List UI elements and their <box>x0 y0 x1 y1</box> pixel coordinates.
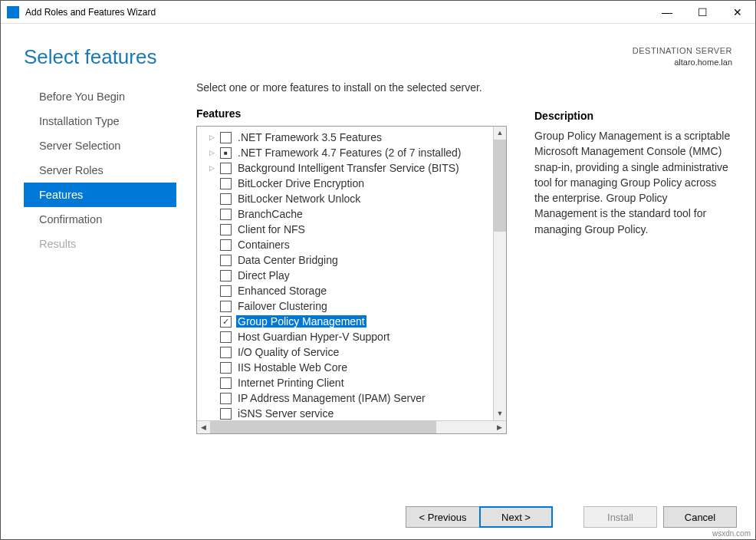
feature-label[interactable]: Data Center Bridging <box>236 254 340 266</box>
feature-label[interactable]: IP Address Management (IPAM) Server <box>236 392 427 404</box>
feature-checkbox[interactable] <box>220 270 232 282</box>
features-column: Select one or more features to install o… <box>196 81 507 477</box>
feature-label[interactable]: BranchCache <box>236 208 304 220</box>
feature-label[interactable]: I/O Quality of Service <box>236 346 340 358</box>
scroll-left-icon[interactable]: ◀ <box>197 421 210 433</box>
sidebar: Before You BeginInstallation TypeServer … <box>24 77 181 477</box>
feature-label[interactable]: Containers <box>236 239 291 251</box>
feature-label[interactable]: BitLocker Network Unlock <box>236 193 362 205</box>
feature-label[interactable]: Group Policy Management <box>236 315 366 328</box>
instruction-text: Select one or more features to install o… <box>196 81 507 94</box>
feature-item[interactable]: ▷Background Intelligent Transfer Service… <box>197 160 493 176</box>
titlebar: Add Roles and Features Wizard — ☐ ✕ <box>1 1 755 24</box>
horizontal-scrollbar[interactable]: ◀ ▶ <box>197 420 506 433</box>
install-button: Install <box>583 506 657 528</box>
sidebar-item-server-roles[interactable]: Server Roles <box>24 158 176 183</box>
vertical-scroll-thumb[interactable] <box>494 140 506 232</box>
feature-label[interactable]: Host Guardian Hyper-V Support <box>236 331 391 343</box>
feature-item[interactable]: ▷Containers <box>197 237 493 252</box>
maximize-button[interactable]: ☐ <box>685 1 720 24</box>
feature-checkbox[interactable] <box>220 239 232 251</box>
sidebar-item-installation-type[interactable]: Installation Type <box>24 109 176 133</box>
content: Before You BeginInstallation TypeServer … <box>1 77 755 477</box>
feature-item[interactable]: ▷Direct Play <box>197 268 493 283</box>
feature-checkbox[interactable] <box>220 301 232 312</box>
feature-item[interactable]: ▷Group Policy Management <box>197 314 493 329</box>
feature-item[interactable]: ▷Internet Printing Client <box>197 375 493 390</box>
feature-item[interactable]: ▷BitLocker Network Unlock <box>197 191 493 206</box>
sidebar-item-before-you-begin[interactable]: Before You Begin <box>24 84 176 109</box>
close-button[interactable]: ✕ <box>720 1 755 24</box>
feature-item[interactable]: ▷.NET Framework 4.7 Features (2 of 7 ins… <box>197 145 493 160</box>
feature-label[interactable]: .NET Framework 4.7 Features (2 of 7 inst… <box>236 147 463 159</box>
feature-item[interactable]: ▷BranchCache <box>197 206 493 222</box>
sidebar-item-confirmation[interactable]: Confirmation <box>24 207 176 232</box>
main: Select one or more features to install o… <box>181 77 746 477</box>
description-column: Description Group Policy Management is a… <box>507 81 746 477</box>
feature-item[interactable]: ▷Host Guardian Hyper-V Support <box>197 329 493 344</box>
feature-checkbox[interactable] <box>220 178 232 189</box>
feature-checkbox[interactable] <box>220 408 232 420</box>
sidebar-item-results: Results <box>24 232 176 256</box>
description-label: Description <box>534 110 732 122</box>
feature-item[interactable]: ▷IP Address Management (IPAM) Server <box>197 390 493 406</box>
feature-label[interactable]: Background Intelligent Transfer Service … <box>236 162 461 174</box>
feature-label[interactable]: .NET Framework 3.5 Features <box>236 131 383 143</box>
feature-item[interactable]: ▷BitLocker Drive Encryption <box>197 176 493 191</box>
feature-label[interactable]: Failover Clustering <box>236 300 329 312</box>
features-label: Features <box>196 107 507 120</box>
feature-item[interactable]: ▷IIS Hostable Web Core <box>197 360 493 375</box>
feature-item[interactable]: ▷Enhanced Storage <box>197 283 493 298</box>
feature-checkbox[interactable] <box>220 347 232 358</box>
feature-label[interactable]: Enhanced Storage <box>236 285 328 297</box>
header: Select features DESTINATION SERVER altar… <box>1 24 755 77</box>
cancel-button[interactable]: Cancel <box>663 506 737 528</box>
feature-checkbox[interactable] <box>220 193 232 205</box>
feature-item[interactable]: ▷Data Center Bridging <box>197 252 493 268</box>
next-button[interactable]: Next > <box>479 506 553 528</box>
watermark: wsxdn.com <box>712 529 751 538</box>
description-text: Group Policy Management is a scriptable … <box>534 128 732 237</box>
page-title: Select features <box>24 45 156 69</box>
feature-checkbox[interactable] <box>220 209 232 220</box>
feature-checkbox[interactable] <box>220 285 232 297</box>
feature-label[interactable]: Internet Printing Client <box>236 377 346 389</box>
feature-checkbox[interactable] <box>220 132 232 143</box>
expand-icon[interactable]: ▷ <box>208 164 215 172</box>
scroll-up-icon[interactable]: ▲ <box>494 127 506 140</box>
feature-item[interactable]: ▷Failover Clustering <box>197 298 493 314</box>
feature-checkbox[interactable] <box>220 163 232 174</box>
feature-label[interactable]: iSNS Server service <box>236 407 335 420</box>
window-controls: — ☐ ✕ <box>649 1 755 24</box>
feature-label[interactable]: IIS Hostable Web Core <box>236 361 349 374</box>
feature-label[interactable]: Direct Play <box>236 269 291 282</box>
feature-item[interactable]: ▷.NET Framework 3.5 Features <box>197 130 493 145</box>
destination-name: altaro.home.lan <box>633 57 732 68</box>
feature-checkbox[interactable] <box>220 224 232 235</box>
feature-label[interactable]: Client for NFS <box>236 223 307 235</box>
feature-checkbox[interactable] <box>220 377 232 389</box>
feature-label[interactable]: BitLocker Drive Encryption <box>236 177 366 189</box>
features-listbox: ▷.NET Framework 3.5 Features▷.NET Framew… <box>196 126 507 434</box>
window-title: Add Roles and Features Wizard <box>25 7 649 18</box>
feature-item[interactable]: ▷I/O Quality of Service <box>197 344 493 360</box>
feature-checkbox[interactable] <box>220 316 232 328</box>
scroll-down-icon[interactable]: ▼ <box>494 407 506 420</box>
sidebar-item-features[interactable]: Features <box>24 183 176 207</box>
expand-icon[interactable]: ▷ <box>208 149 215 156</box>
horizontal-scroll-thumb[interactable] <box>210 421 436 433</box>
feature-item[interactable]: ▷iSNS Server service <box>197 406 493 420</box>
feature-checkbox[interactable] <box>220 393 232 404</box>
feature-checkbox[interactable] <box>220 362 232 374</box>
vertical-scrollbar[interactable]: ▲ ▼ <box>493 127 506 420</box>
features-items: ▷.NET Framework 3.5 Features▷.NET Framew… <box>197 127 493 420</box>
feature-checkbox[interactable] <box>220 147 232 159</box>
feature-checkbox[interactable] <box>220 255 232 266</box>
previous-button[interactable]: < Previous <box>406 506 479 528</box>
expand-icon[interactable]: ▷ <box>208 133 215 141</box>
scroll-right-icon[interactable]: ▶ <box>493 421 506 433</box>
sidebar-item-server-selection[interactable]: Server Selection <box>24 133 176 158</box>
feature-item[interactable]: ▷Client for NFS <box>197 222 493 237</box>
minimize-button[interactable]: — <box>649 1 685 24</box>
feature-checkbox[interactable] <box>220 331 232 343</box>
